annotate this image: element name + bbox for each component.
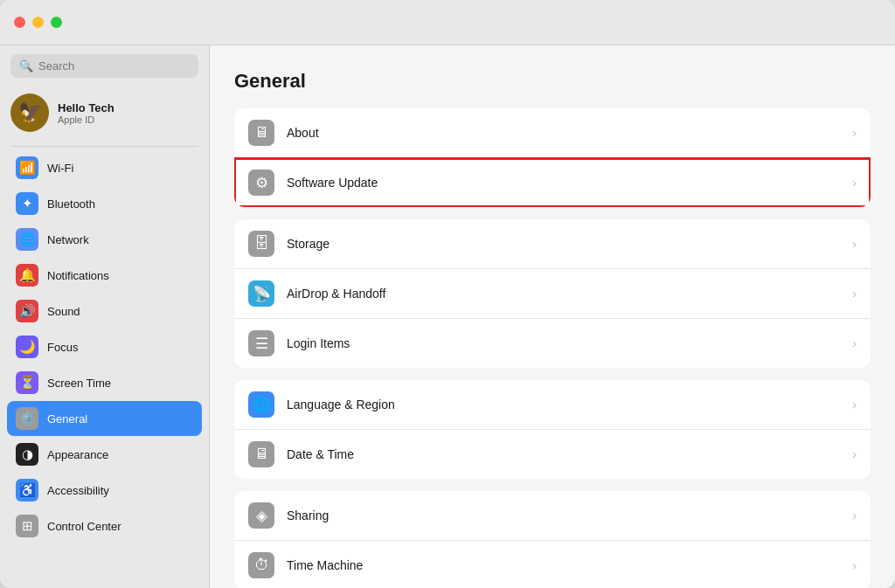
settings-row-label-airdrop: AirDrop & Handoff bbox=[287, 287, 840, 301]
main-panel: General 🖥About›⚙Software Update›🗄Storage… bbox=[210, 45, 895, 588]
chevron-icon-login-items: › bbox=[852, 336, 857, 350]
search-bar[interactable]: 🔍 bbox=[10, 54, 198, 78]
main-content: 🔍 🦅 Hello Tech Apple ID 📶Wi-Fi✦Bluetooth… bbox=[0, 45, 895, 588]
settings-row-label-storage: Storage bbox=[287, 237, 840, 251]
sidebar-item-screen-time[interactable]: ⏳Screen Time bbox=[7, 365, 202, 400]
title-bar bbox=[0, 0, 895, 45]
traffic-lights bbox=[14, 17, 62, 28]
sidebar-item-label-general: General bbox=[47, 412, 87, 425]
sidebar-item-bluetooth[interactable]: ✦Bluetooth bbox=[7, 186, 202, 221]
settings-row-sharing[interactable]: ◈Sharing› bbox=[234, 491, 871, 541]
date-time-icon: 🖥 bbox=[248, 441, 274, 467]
sharing-icon: ◈ bbox=[248, 502, 274, 529]
bluetooth-icon: ✦ bbox=[16, 192, 38, 215]
control-center-icon: ⊞ bbox=[16, 515, 38, 537]
settings-row-label-login-items: Login Items bbox=[287, 336, 840, 350]
chevron-icon-date-time: › bbox=[852, 447, 857, 461]
minimize-button[interactable] bbox=[32, 17, 44, 28]
settings-row-about[interactable]: 🖥About› bbox=[234, 108, 871, 158]
airdrop-icon: 📡 bbox=[248, 280, 274, 307]
time-machine-icon: ⏱ bbox=[248, 552, 274, 578]
system-settings-window: 🔍 🦅 Hello Tech Apple ID 📶Wi-Fi✦Bluetooth… bbox=[0, 0, 895, 588]
sidebar-item-sound[interactable]: 🔊Sound bbox=[7, 294, 202, 329]
sidebar-item-label-sound: Sound bbox=[47, 305, 80, 318]
page-title: General bbox=[234, 70, 871, 93]
profile-subtitle: Apple ID bbox=[58, 114, 114, 125]
settings-row-label-about: About bbox=[287, 126, 840, 140]
sidebar-item-label-notifications: Notifications bbox=[47, 269, 109, 282]
settings-row-label-software-update: Software Update bbox=[287, 176, 840, 190]
search-input[interactable] bbox=[38, 59, 190, 73]
sound-icon: 🔊 bbox=[16, 300, 38, 322]
settings-row-time-machine[interactable]: ⏱Time Machine› bbox=[234, 541, 871, 588]
sidebar-item-label-wifi: Wi-Fi bbox=[47, 162, 73, 175]
notifications-icon: 🔔 bbox=[16, 264, 38, 287]
sidebar-list: 📶Wi-Fi✦Bluetooth🌐Network🔔Notifications🔊S… bbox=[0, 150, 209, 581]
sidebar-item-notifications[interactable]: 🔔Notifications bbox=[7, 258, 202, 293]
sidebar-item-general[interactable]: ⚙️General bbox=[7, 401, 202, 436]
settings-group-group4: ◈Sharing›⏱Time Machine› bbox=[234, 491, 871, 588]
profile-info: Hello Tech Apple ID bbox=[58, 101, 114, 125]
sidebar-item-control-center[interactable]: ⊞Control Center bbox=[7, 508, 202, 543]
sidebar: 🔍 🦅 Hello Tech Apple ID 📶Wi-Fi✦Bluetooth… bbox=[0, 45, 210, 588]
login-items-icon: ☰ bbox=[248, 330, 274, 356]
sidebar-item-focus[interactable]: 🌙Focus bbox=[7, 329, 202, 364]
settings-row-airdrop[interactable]: 📡AirDrop & Handoff› bbox=[234, 269, 871, 319]
settings-row-label-sharing: Sharing bbox=[287, 508, 840, 522]
profile-section[interactable]: 🦅 Hello Tech Apple ID bbox=[0, 86, 209, 139]
accessibility-icon: ♿ bbox=[16, 479, 38, 502]
chevron-icon-about: › bbox=[852, 126, 857, 140]
screen-time-icon: ⏳ bbox=[16, 371, 38, 394]
general-icon: ⚙️ bbox=[16, 407, 38, 430]
search-icon: 🔍 bbox=[19, 59, 33, 73]
sidebar-item-label-bluetooth: Bluetooth bbox=[47, 197, 95, 211]
settings-group-group3: 🌐Language & Region›🖥Date & Time› bbox=[234, 380, 871, 479]
language-region-icon: 🌐 bbox=[248, 391, 274, 418]
maximize-button[interactable] bbox=[51, 17, 62, 28]
settings-row-login-items[interactable]: ☰Login Items› bbox=[234, 319, 871, 368]
chevron-icon-storage: › bbox=[852, 237, 857, 251]
settings-row-software-update[interactable]: ⚙Software Update› bbox=[234, 158, 871, 207]
settings-group-group1: 🖥About›⚙Software Update› bbox=[234, 108, 871, 207]
sidebar-item-label-control-center: Control Center bbox=[47, 520, 121, 533]
software-update-icon: ⚙ bbox=[248, 169, 274, 196]
focus-icon: 🌙 bbox=[16, 336, 38, 358]
settings-group-group2: 🗄Storage›📡AirDrop & Handoff›☰Login Items… bbox=[234, 219, 871, 368]
settings-row-label-language-region: Language & Region bbox=[287, 398, 840, 412]
chevron-icon-language-region: › bbox=[852, 398, 857, 412]
settings-row-label-time-machine: Time Machine bbox=[287, 558, 840, 572]
sidebar-item-network[interactable]: 🌐Network bbox=[7, 222, 202, 257]
chevron-icon-sharing: › bbox=[852, 508, 857, 522]
storage-icon: 🗄 bbox=[248, 231, 274, 257]
sidebar-item-appearance[interactable]: ◑Appearance bbox=[7, 437, 202, 472]
about-icon: 🖥 bbox=[248, 120, 274, 146]
settings-row-label-date-time: Date & Time bbox=[287, 447, 840, 461]
settings-row-storage[interactable]: 🗄Storage› bbox=[234, 219, 871, 269]
appearance-icon: ◑ bbox=[16, 443, 38, 466]
sidebar-item-label-screen-time: Screen Time bbox=[47, 377, 111, 390]
sidebar-item-accessibility[interactable]: ♿Accessibility bbox=[7, 473, 202, 508]
sidebar-item-label-appearance: Appearance bbox=[47, 448, 108, 461]
chevron-icon-time-machine: › bbox=[852, 558, 857, 572]
close-button[interactable] bbox=[14, 17, 25, 28]
profile-name: Hello Tech bbox=[58, 101, 114, 114]
settings-row-date-time[interactable]: 🖥Date & Time› bbox=[234, 430, 871, 479]
sidebar-item-label-focus: Focus bbox=[47, 341, 78, 354]
sidebar-item-wifi[interactable]: 📶Wi-Fi bbox=[7, 150, 202, 185]
wifi-icon: 📶 bbox=[16, 156, 38, 179]
chevron-icon-software-update: › bbox=[852, 176, 857, 190]
sidebar-divider bbox=[10, 146, 198, 147]
settings-row-language-region[interactable]: 🌐Language & Region› bbox=[234, 380, 871, 430]
network-icon: 🌐 bbox=[16, 228, 38, 251]
avatar: 🦅 bbox=[10, 93, 49, 132]
sidebar-item-label-accessibility: Accessibility bbox=[47, 484, 109, 497]
chevron-icon-airdrop: › bbox=[852, 287, 857, 301]
sidebar-item-label-network: Network bbox=[47, 233, 89, 246]
